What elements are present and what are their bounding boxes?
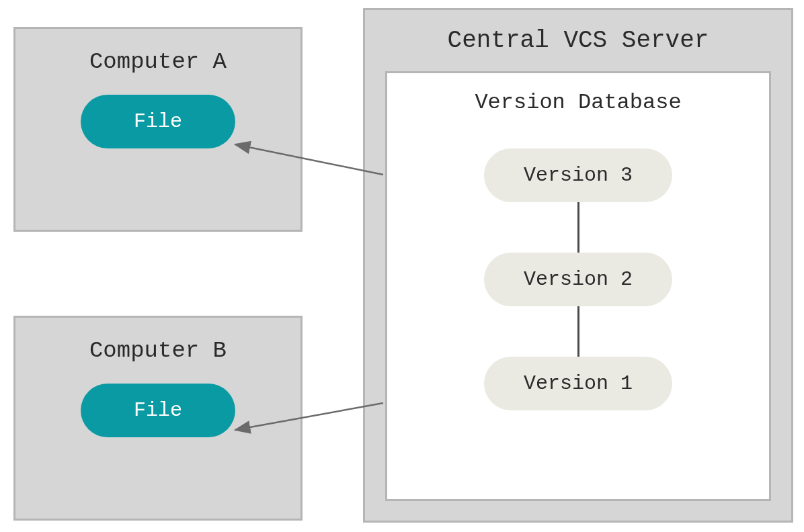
version-3-label: Version 3: [524, 164, 633, 187]
computer-b-title: Computer B: [15, 338, 300, 363]
version-3-pill: Version 3: [484, 148, 672, 202]
computer-b-file-pill: File: [81, 384, 235, 437]
connector-v2-v1: [577, 306, 579, 357]
version-2-label: Version 2: [524, 268, 633, 291]
database-box: Version Database Version 3 Version 2 Ver…: [385, 71, 771, 501]
computer-b-box: Computer B File: [13, 316, 303, 521]
server-box: Central VCS Server Version Database Vers…: [363, 8, 793, 523]
server-title: Central VCS Server: [385, 27, 771, 54]
version-2-pill: Version 2: [484, 253, 672, 306]
computer-a-title: Computer A: [15, 49, 300, 75]
version-1-label: Version 1: [524, 372, 633, 395]
computer-a-box: Computer A File: [13, 27, 303, 232]
computer-a-file-pill: File: [81, 95, 235, 148]
database-title: Version Database: [475, 90, 681, 115]
computer-a-file-label: File: [134, 110, 182, 133]
version-1-pill: Version 1: [484, 357, 672, 410]
computer-b-file-label: File: [134, 399, 182, 422]
connector-v3-v2: [577, 202, 579, 253]
